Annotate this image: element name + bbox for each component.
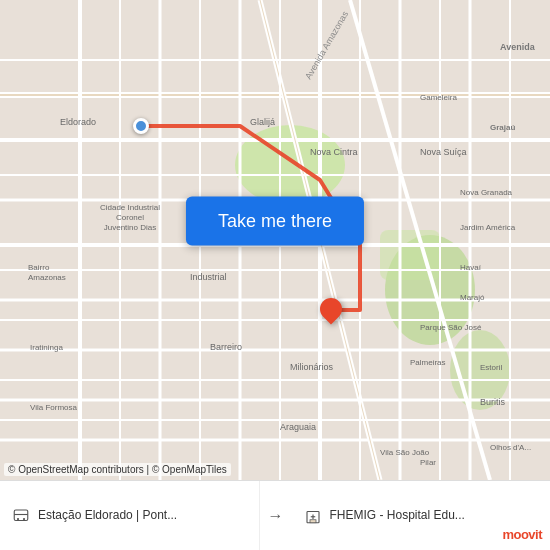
svg-text:Industrial: Industrial [190, 272, 227, 282]
svg-text:Juventino Dias: Juventino Dias [104, 223, 156, 232]
destination-pin [320, 298, 342, 320]
svg-text:Vila Formosa: Vila Formosa [30, 403, 78, 412]
transit-icon [12, 507, 30, 525]
svg-text:Glalijá: Glalijá [250, 117, 275, 127]
svg-text:Avenida: Avenida [500, 42, 536, 52]
origin-pin [133, 118, 149, 134]
direction-arrow-icon: → [268, 507, 284, 525]
svg-text:Nova Cintra: Nova Cintra [310, 147, 358, 157]
svg-point-68 [23, 517, 25, 519]
destination-text: FHEMIG - Hospital Edu... [330, 508, 465, 524]
svg-text:Estoril: Estoril [480, 363, 502, 372]
svg-text:Jardim América: Jardim América [460, 223, 516, 232]
svg-text:Nova Suíça: Nova Suíça [420, 147, 467, 157]
svg-text:Amazonas: Amazonas [28, 273, 66, 282]
svg-text:Cidade Industrial: Cidade Industrial [100, 203, 160, 212]
svg-point-67 [17, 517, 19, 519]
map-attribution: © OpenStreetMap contributors | © OpenMap… [4, 463, 231, 476]
svg-text:Pilar: Pilar [420, 458, 436, 467]
svg-text:Gameleira: Gameleira [420, 93, 457, 102]
svg-text:Barreiro: Barreiro [210, 342, 242, 352]
svg-text:Marajó: Marajó [460, 293, 485, 302]
svg-text:Havaí: Havaí [460, 263, 482, 272]
svg-text:Bairro: Bairro [28, 263, 50, 272]
svg-text:Palmeiras: Palmeiras [410, 358, 446, 367]
origin-section: Estação Eldorado | Pont... [0, 481, 260, 550]
svg-text:Olhos d'A...: Olhos d'A... [490, 443, 531, 452]
svg-text:Grajaú: Grajaú [490, 123, 515, 132]
svg-text:Buritis: Buritis [480, 397, 506, 407]
svg-text:Parque São José: Parque São José [420, 323, 482, 332]
svg-rect-65 [14, 510, 28, 521]
destination-icon [304, 507, 322, 525]
svg-text:Coronel: Coronel [116, 213, 144, 222]
bottom-bar: Estação Eldorado | Pont... → FHEMIG - Ho… [0, 480, 550, 550]
map-container: Avenida Amazonas Eldorado Cidade Industr… [0, 0, 550, 480]
moovit-logo: moovit [502, 527, 542, 542]
svg-text:Eldorado: Eldorado [60, 117, 96, 127]
svg-text:Vila São João: Vila São João [380, 448, 430, 457]
svg-rect-72 [310, 519, 316, 522]
take-me-there-button[interactable]: Take me there [186, 196, 364, 245]
svg-text:Nova Granada: Nova Granada [460, 188, 513, 197]
svg-text:Iratininga: Iratininga [30, 343, 63, 352]
origin-text: Estação Eldorado | Pont... [38, 508, 177, 524]
svg-point-1 [235, 125, 345, 205]
svg-text:Araguaia: Araguaia [280, 422, 316, 432]
svg-text:Milionários: Milionários [290, 362, 334, 372]
